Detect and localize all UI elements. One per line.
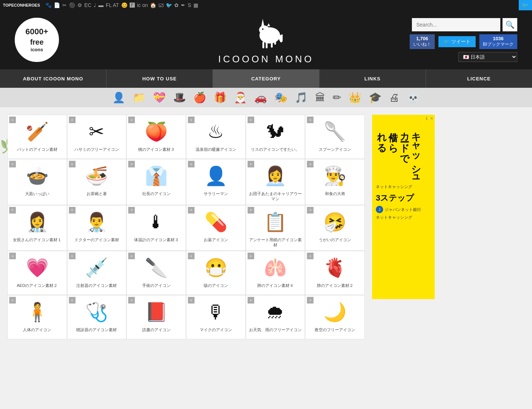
- add-icon[interactable]: +: [9, 161, 16, 167]
- icon-card-aed[interactable]: +💗AEDのアイコン素材２: [7, 251, 67, 295]
- category-icon-hat[interactable]: 🎩: [173, 91, 186, 104]
- icon-card-syringe[interactable]: +💉注射器のアイコン素材: [67, 251, 127, 295]
- tweet-button[interactable]: 🐦 ツイート: [438, 36, 476, 47]
- search-button[interactable]: 🔍: [503, 18, 517, 31]
- language-select[interactable]: 🇯🇵 日本語 English: [458, 52, 517, 62]
- category-icon-love[interactable]: 💝: [153, 91, 166, 104]
- ad-close-button[interactable]: ✕: [430, 116, 433, 121]
- category-icon-santa[interactable]: 🎅: [234, 91, 247, 104]
- category-icon-person[interactable]: 👤: [112, 91, 125, 104]
- add-icon[interactable]: +: [307, 161, 314, 167]
- add-icon[interactable]: +: [248, 161, 254, 167]
- icon-card-ladle[interactable]: +🍲大匙いっぱい: [7, 159, 67, 205]
- icon-card-book[interactable]: +📕読書のアイコン: [126, 295, 186, 339]
- icon-card-rainy[interactable]: +🌧お天気 雨のフリーアイコン: [246, 295, 305, 339]
- icon-card-doctor-f[interactable]: +👩‍⚕️女医さんのアイコン素材１: [7, 205, 67, 251]
- icon-card-salaryman[interactable]: +👤サラリーマン: [186, 159, 246, 205]
- icon-card-chef[interactable]: +👨‍🍳和食の大将: [305, 159, 365, 205]
- category-icon-gift[interactable]: 🎁: [214, 91, 227, 104]
- category-icon-music[interactable]: 🎵: [295, 91, 308, 104]
- icon-card-surgery[interactable]: +🔪手術のアイコン: [126, 251, 186, 295]
- nav-icon-18[interactable]: S: [188, 2, 191, 8]
- nav-icon-14[interactable]: 🖃: [158, 2, 164, 8]
- icon-card-peach[interactable]: +🍑桃のアイコン素材３: [126, 115, 186, 159]
- add-icon[interactable]: +: [9, 117, 16, 123]
- add-icon[interactable]: +: [69, 207, 76, 214]
- nav-icon-17[interactable]: ✒: [181, 2, 185, 8]
- category-icon-printer[interactable]: 🖨: [389, 91, 399, 104]
- nav-about[interactable]: ABOUT ICOOON MONO: [0, 69, 106, 88]
- icon-card-doctor[interactable]: +👨‍⚕️ドクターのアイコン素材: [67, 205, 127, 251]
- icon-card-career[interactable]: +👩‍💼お団子あたまのキャリアウーマン: [246, 159, 305, 205]
- nav-icon-13[interactable]: 🏠: [150, 2, 156, 8]
- category-icon-lighthouse[interactable]: 🏛: [315, 91, 325, 104]
- add-icon[interactable]: +: [248, 117, 254, 123]
- nav-category[interactable]: CATEGORY: [213, 69, 319, 88]
- icon-card-human[interactable]: +🧍人体のアイコン: [7, 295, 67, 339]
- icon-card-bat[interactable]: +🏏バットのアイコン素材: [7, 115, 67, 159]
- nav-icon-1[interactable]: 🐾: [45, 2, 52, 8]
- icon-card-hotspring[interactable]: +♨温泉宿の暖簾アイコン: [186, 115, 246, 159]
- add-icon[interactable]: +: [69, 297, 76, 304]
- category-icon-crown[interactable]: 👑: [349, 91, 361, 104]
- nav-icon-19[interactable]: ▦: [193, 2, 198, 8]
- category-icon-graduate[interactable]: 🎓: [369, 91, 382, 104]
- add-icon[interactable]: +: [188, 161, 195, 167]
- add-icon[interactable]: +: [307, 297, 314, 304]
- add-icon[interactable]: +: [248, 207, 254, 214]
- nav-howto[interactable]: HOW TO USE: [106, 69, 213, 88]
- add-icon[interactable]: +: [188, 253, 195, 259]
- add-icon[interactable]: +: [9, 297, 16, 304]
- nav-icon-5[interactable]: ⚙: [77, 2, 82, 8]
- category-icon-folder[interactable]: 📁: [133, 91, 146, 104]
- add-icon[interactable]: +: [128, 297, 135, 304]
- add-icon[interactable]: +: [128, 253, 135, 259]
- category-icon-car[interactable]: 🚗: [254, 91, 267, 104]
- icon-card-survey[interactable]: +📋アンケート用紙のアイコン素材: [246, 205, 305, 251]
- add-icon[interactable]: +: [188, 207, 195, 214]
- icon-card-lung2[interactable]: +🫀肺のアイコン素材２: [305, 251, 365, 295]
- icon-card-teacup[interactable]: +🍜お茶碗と著: [67, 159, 127, 205]
- add-icon[interactable]: +: [188, 297, 195, 304]
- nav-icon-16[interactable]: ✿: [174, 2, 179, 8]
- nav-icon-2[interactable]: 📄: [54, 2, 60, 8]
- add-icon[interactable]: +: [69, 253, 76, 259]
- icon-card-lung1[interactable]: +🫁肺のアイコン素材４: [246, 251, 305, 295]
- nav-icon-6[interactable]: EC: [84, 2, 91, 8]
- add-icon[interactable]: +: [307, 253, 314, 259]
- icon-card-cough[interactable]: +😷咳のアイコン: [186, 251, 246, 295]
- add-icon[interactable]: +: [128, 117, 135, 123]
- add-icon[interactable]: +: [69, 161, 76, 167]
- icon-card-gargle[interactable]: +🤧うがいのアイコン: [305, 205, 365, 251]
- add-icon[interactable]: +: [248, 253, 254, 259]
- nav-icon-12[interactable]: ic on: [137, 2, 148, 8]
- icon-card-mic[interactable]: +🎙マイクのアイコン: [186, 295, 246, 339]
- nav-icon-11[interactable]: 🅿: [130, 2, 135, 8]
- category-icon-pencil[interactable]: ✏: [333, 91, 341, 104]
- nav-icon-8[interactable]: ▬: [98, 2, 104, 8]
- nav-licence[interactable]: LICENCE: [426, 69, 532, 88]
- nav-icon-7[interactable]: ♩: [94, 2, 96, 8]
- twitter-link[interactable]: 🐦: [519, 0, 532, 10]
- add-icon[interactable]: +: [307, 207, 314, 214]
- add-icon[interactable]: +: [128, 161, 135, 167]
- ad-info-icon[interactable]: ℹ: [426, 116, 427, 121]
- search-input[interactable]: [412, 18, 500, 31]
- add-icon[interactable]: +: [248, 297, 254, 304]
- icon-card-medicine[interactable]: +💊お薬アイコン: [186, 205, 246, 251]
- icon-card-spoon[interactable]: +🥄スプーンアイコン: [305, 115, 365, 159]
- icon-card-thermometer[interactable]: +🌡体温計のアイコン素材３: [126, 205, 186, 251]
- nav-icon-9[interactable]: FL AT: [106, 2, 119, 8]
- icon-card-moon[interactable]: +🌙夜空のフリーアイコン: [305, 295, 365, 339]
- category-icon-skull[interactable]: 💀: [407, 91, 420, 104]
- nav-icon-3[interactable]: ✂: [62, 2, 67, 8]
- icon-card-squirrel[interactable]: +🐿リスのアイコンですたい。: [246, 115, 305, 159]
- icon-card-scissors[interactable]: +✂ハサミのフリーアイコン: [67, 115, 127, 159]
- add-icon[interactable]: +: [307, 117, 314, 123]
- nav-icon-10[interactable]: 😊: [121, 2, 127, 8]
- icon-card-stethoscope[interactable]: +🩺聴診器のアイコン素材: [67, 295, 127, 339]
- category-icon-apple[interactable]: 🍎: [193, 91, 206, 104]
- icon-card-boss[interactable]: +👔社長のアイコン: [126, 159, 186, 205]
- nav-icon-4[interactable]: ⚫: [69, 2, 75, 8]
- add-icon[interactable]: +: [9, 207, 16, 214]
